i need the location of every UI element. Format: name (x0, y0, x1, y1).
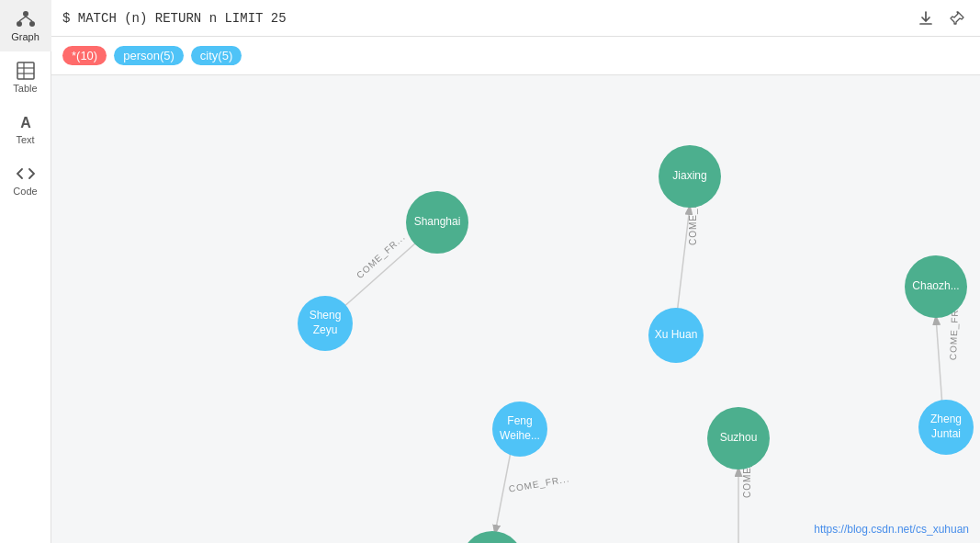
watermark: https://blog.csdn.net/cs_xuhuan (814, 523, 969, 536)
node-shanghai[interactable]: Shanghai (406, 191, 468, 254)
filter-city-badge[interactable]: city(5) (191, 46, 242, 65)
sidebar-graph-label: Graph (11, 31, 39, 42)
filter-person-badge[interactable]: person(5) (114, 46, 184, 65)
sidebar-table-label: Table (13, 83, 37, 94)
sidebar-code-label: Code (13, 186, 37, 197)
topbar-actions (914, 6, 969, 30)
node-xuhuan[interactable]: Xu Huan (648, 308, 704, 363)
filter-all-badge[interactable]: *(10) (62, 46, 107, 65)
node-nanning[interactable]: Nanning (461, 531, 524, 543)
node-zhengjuntai[interactable]: Zheng Juntai (918, 400, 974, 455)
text-icon: A (16, 112, 36, 132)
pin-icon (949, 10, 965, 27)
svg-text:A: A (20, 115, 31, 130)
pin-button[interactable] (945, 6, 969, 30)
query-text: $ MATCH (n) RETURN n LIMIT 25 (62, 11, 287, 26)
node-jiaxing[interactable]: Jiaxing (659, 145, 721, 208)
svg-point-0 (23, 11, 28, 17)
sidebar: Graph Table A Text Code (0, 0, 51, 543)
filterbar: *(10) person(5) city(5) (51, 37, 980, 75)
table-icon (16, 61, 36, 81)
sidebar-item-code[interactable]: Code (0, 154, 51, 206)
sidebar-item-text[interactable]: A Text (0, 103, 51, 154)
download-icon (918, 10, 934, 27)
sidebar-item-graph[interactable]: Graph (0, 0, 51, 51)
node-fengweihe[interactable]: Feng Weihe... (492, 402, 547, 457)
edge-label-3: COME_FR... (508, 473, 570, 494)
edge-zhengjuntai-chaozhou (936, 317, 942, 406)
svg-point-2 (29, 21, 35, 27)
node-suzhou[interactable]: Suzhou (707, 407, 770, 469)
download-button[interactable] (914, 6, 938, 30)
graph-icon (16, 9, 36, 29)
edge-label-1: COME_FR... (355, 232, 407, 280)
svg-point-1 (17, 21, 22, 27)
sidebar-text-label: Text (16, 134, 34, 145)
svg-rect-5 (17, 62, 34, 79)
main-panel: $ MATCH (n) RETURN n LIMIT 25 *(10) pers… (51, 0, 980, 543)
edge-fengweihe-nanning (495, 452, 511, 533)
svg-line-4 (26, 17, 32, 21)
node-chaozhou[interactable]: Chaozh... (905, 255, 967, 318)
node-shengzeyu[interactable]: Sheng Zeyu (298, 296, 353, 351)
edges-svg (51, 75, 980, 543)
sidebar-item-table[interactable]: Table (0, 51, 51, 103)
graph-canvas[interactable]: COME_FR... COME_FROM COME_FR... COME_FRO… (51, 75, 980, 543)
svg-line-3 (19, 17, 26, 21)
code-icon (16, 164, 36, 184)
topbar: $ MATCH (n) RETURN n LIMIT 25 (51, 0, 980, 37)
